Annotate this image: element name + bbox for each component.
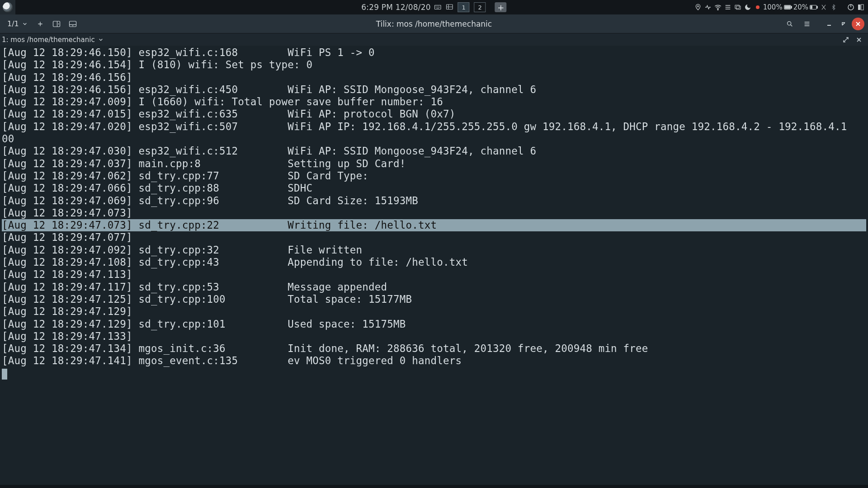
- bottom-border: [0, 485, 868, 488]
- workspace-2[interactable]: 2: [474, 2, 486, 12]
- log-line: [Aug 12 18:29:46.156] esp32_wifi.c:450 W…: [2, 84, 866, 96]
- app-launcher[interactable]: [0, 0, 15, 14]
- titlebar-left: 1/1: [0, 17, 80, 31]
- log-line: [Aug 12 18:29:47.134] mgos_init.c:36 Ini…: [2, 343, 866, 355]
- session-counter[interactable]: 1/1: [3, 19, 32, 29]
- terminal-cursor: [2, 369, 7, 380]
- power-icon[interactable]: [846, 3, 855, 12]
- split-down-button[interactable]: [65, 17, 80, 31]
- search-icon: [786, 20, 793, 28]
- location-icon[interactable]: [693, 3, 703, 12]
- maximize-icon: [841, 21, 846, 27]
- wifi-icon[interactable]: [713, 3, 722, 12]
- log-line: [Aug 12 18:29:47.073]: [2, 207, 866, 219]
- panel-tray: 100% 20%: [693, 3, 868, 12]
- log-line: [Aug 12 18:29:47.129] sd_try.cpp:101 Use…: [2, 318, 866, 330]
- sidebar-toggle-icon[interactable]: [856, 3, 865, 12]
- svg-rect-8: [791, 6, 792, 9]
- chevron-down-icon: [23, 22, 27, 26]
- close-button[interactable]: [852, 18, 864, 30]
- log-line: [Aug 12 18:29:47.062] sd_try.cpp:77 SD C…: [2, 170, 866, 182]
- log-line: [Aug 12 18:29:47.069] sd_try.cpp:96 SD C…: [2, 195, 866, 207]
- system-panel: 6:29 PM 12/08/20 1 2 +: [0, 0, 868, 14]
- budgie-logo-icon: [3, 2, 13, 12]
- menu-tray-icon[interactable]: [723, 3, 732, 12]
- svg-point-6: [756, 5, 760, 9]
- vpn-icon[interactable]: [703, 3, 712, 12]
- log-line: [Aug 12 18:29:47.133]: [2, 330, 866, 343]
- minimize-icon: [826, 21, 832, 27]
- terminal-close-pane-button[interactable]: [856, 37, 862, 42]
- log-line: [Aug 12 18:29:47.077]: [2, 231, 866, 244]
- log-line: [Aug 12 18:29:47.020] esp32_wifi.c:507 W…: [2, 121, 866, 133]
- minimize-button[interactable]: [823, 18, 835, 30]
- window-title: Tilix: mos /home/themechanic: [376, 19, 492, 28]
- clock[interactable]: 6:29 PM 12/08/20: [361, 3, 430, 12]
- log-line: [Aug 12 18:29:47.030] esp32_wifi.c:512 W…: [2, 145, 866, 157]
- svg-rect-15: [861, 5, 863, 10]
- new-session-button[interactable]: [33, 17, 48, 31]
- svg-point-3: [717, 9, 718, 10]
- log-line: [Aug 12 18:29:47.073] sd_try.cpp:22 Writ…: [2, 219, 866, 231]
- session-counter-text: 1/1: [7, 19, 19, 28]
- log-line: [Aug 12 18:29:47.009] I (1660) wifi: Tot…: [2, 96, 866, 108]
- battery2-icon[interactable]: [809, 3, 818, 12]
- log-line: [Aug 12 18:29:47.125] sd_try.cpp:100 Tot…: [2, 293, 866, 305]
- log-line: [Aug 12 18:29:47.015] esp32_wifi.c:635 W…: [2, 108, 866, 120]
- terminal-maximize-pane-button[interactable]: [843, 37, 849, 43]
- keyboard-layout-icon[interactable]: [434, 3, 443, 12]
- tilix-titlebar[interactable]: 1/1 Tilix: mos /home/themechanic: [0, 14, 868, 33]
- workspace-1[interactable]: 1: [458, 2, 470, 12]
- battery1-text: 100%: [763, 3, 783, 11]
- svg-rect-9: [785, 6, 790, 9]
- maximize-button[interactable]: [837, 18, 850, 30]
- hamburger-icon: [803, 20, 811, 28]
- log-line: [Aug 12 18:29:47.113]: [2, 268, 866, 281]
- caffeine-icon[interactable]: [819, 3, 828, 12]
- log-line: [Aug 12 18:29:47.066] sd_try.cpp:88 SDHC: [2, 182, 866, 194]
- svg-point-18: [788, 21, 791, 25]
- svg-rect-14: [858, 5, 860, 10]
- split-right-button[interactable]: [49, 17, 64, 31]
- cursor-row: [2, 367, 866, 380]
- panel-center: 6:29 PM 12/08/20 1 2 +: [361, 2, 506, 12]
- log-line: [Aug 12 18:29:46.156]: [2, 71, 866, 84]
- bluetooth-icon[interactable]: [829, 3, 838, 12]
- svg-rect-5: [736, 6, 740, 9]
- svg-rect-12: [811, 6, 812, 9]
- log-line: [Aug 12 18:29:47.129]: [2, 305, 866, 318]
- log-line: [Aug 12 18:29:47.092] sd_try.cpp:32 File…: [2, 244, 866, 256]
- night-mode-icon[interactable]: [743, 3, 752, 12]
- terminal-tab[interactable]: 1: mos /home/themechanic: [2, 36, 103, 44]
- workspace-add-button[interactable]: +: [495, 2, 507, 12]
- files-tray-icon[interactable]: [733, 3, 742, 12]
- battery1-icon[interactable]: [783, 3, 793, 12]
- notification-dot-icon[interactable]: [753, 3, 762, 12]
- terminal-output[interactable]: [Aug 12 18:29:46.150] esp32_wifi.c:168 W…: [0, 46, 868, 380]
- workspace-overview-icon[interactable]: [445, 3, 454, 12]
- search-button[interactable]: [782, 17, 797, 31]
- svg-rect-11: [817, 6, 818, 9]
- terminal-tab-label: 1: mos /home/themechanic: [2, 36, 95, 44]
- terminal-tabstrip: 1: mos /home/themechanic: [0, 33, 868, 46]
- svg-rect-4: [735, 5, 739, 8]
- battery2-text: 20%: [793, 3, 808, 11]
- log-line: [Aug 12 18:29:47.117] sd_try.cpp:53 Mess…: [2, 281, 866, 293]
- titlebar-right: [782, 17, 868, 31]
- log-line: [Aug 12 18:29:46.154] I (810) wifi: Set …: [2, 59, 866, 71]
- log-line: [Aug 12 18:29:47.141] mgos_event.c:135 e…: [2, 355, 866, 367]
- hamburger-menu-button[interactable]: [799, 17, 815, 31]
- chevron-down-icon: [99, 38, 103, 42]
- close-icon: [855, 21, 861, 27]
- svg-point-2: [697, 6, 698, 7]
- log-line: [Aug 12 18:29:46.150] esp32_wifi.c:168 W…: [2, 47, 866, 59]
- log-line: [Aug 12 18:29:47.037] main.cpp:8 Setting…: [2, 158, 866, 170]
- log-line: [Aug 12 18:29:47.108] sd_try.cpp:43 Appe…: [2, 256, 866, 268]
- log-line: 00: [2, 133, 866, 145]
